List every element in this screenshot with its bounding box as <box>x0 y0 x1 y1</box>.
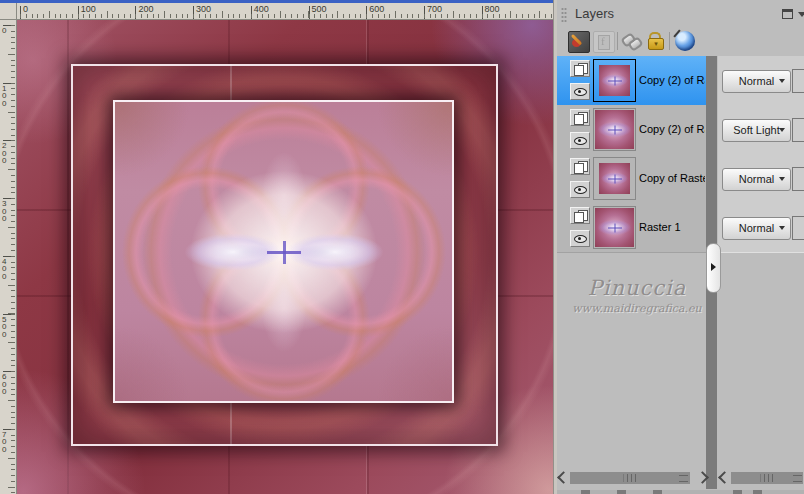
blend-mode-dropdown[interactable]: Soft Light <box>722 119 791 142</box>
blend-mode-value: Normal <box>739 173 774 185</box>
blend-mode-dropdown[interactable]: Normal <box>722 168 791 191</box>
edit-selection-icon[interactable] <box>568 31 590 53</box>
h-ruler-label: 400 <box>254 4 269 14</box>
names-horizontal-scrollbar[interactable] <box>557 467 710 488</box>
h-ruler-label: 100 <box>81 4 96 14</box>
layer-pages-icon[interactable] <box>570 158 590 175</box>
v-ruler-label: 4 0 0 <box>2 258 6 281</box>
layer-name: Copy (2) of Raste <box>639 123 705 135</box>
palette-grip-handle[interactable] <box>561 7 567 23</box>
h-ruler-label: 700 <box>427 4 442 14</box>
layers-palette: Layers Copy (2) of Raste <box>557 0 804 494</box>
v-ruler-label: 3 0 0 <box>2 200 6 223</box>
layer-pages-icon[interactable] <box>570 109 590 126</box>
h-ruler-label: 500 <box>312 4 327 14</box>
h-ruler-label: 200 <box>138 4 153 14</box>
layer-row-copy2-raster[interactable]: Copy (2) of Raste Soft Light <box>557 105 804 154</box>
layer-row-right: Normal <box>718 154 804 204</box>
layer-row-left[interactable]: Raster 1 <box>557 203 706 253</box>
toolbar-separator <box>617 32 618 50</box>
layer-row-copy2-raster-top[interactable]: Copy (2) of Raste Normal <box>557 56 804 105</box>
h-ruler-tick <box>20 6 21 19</box>
layer-row-raster1[interactable]: Raster 1 Normal <box>557 203 804 252</box>
blend-mode-value: Soft Light <box>733 124 779 136</box>
layer-visibility-eye-icon[interactable] <box>570 132 590 149</box>
h-ruler-tick <box>78 6 79 19</box>
palette-menu-arrow-icon[interactable] <box>798 12 804 17</box>
layer-row-copy-raster1[interactable]: Copy of Raster 1 Normal <box>557 154 804 203</box>
h-ruler-tick <box>251 6 252 19</box>
h-ruler-tick <box>309 6 310 19</box>
inner-image-layer <box>113 100 454 403</box>
h-ruler-label: 800 <box>485 4 500 14</box>
dropdown-arrow-icon <box>779 177 785 181</box>
float-palette-icon[interactable] <box>782 9 793 19</box>
layer-list: Copy (2) of Raste Normal Copy (2) of Ras… <box>557 56 804 253</box>
scroll-left-icon[interactable] <box>557 471 570 484</box>
layer-pages-icon[interactable] <box>570 207 590 224</box>
scrollbar-thumb[interactable] <box>731 472 803 484</box>
layer-thumbnail[interactable] <box>593 157 636 200</box>
clipped-bottom-toolbar <box>557 490 804 494</box>
h-ruler-tick <box>424 6 425 19</box>
splitter-arrow-icon <box>711 263 716 271</box>
v-ruler-label: 2 0 0 <box>2 142 6 165</box>
opacity-slider[interactable] <box>792 216 804 240</box>
layer-pages-icon[interactable] <box>570 60 590 77</box>
layer-row-right: Normal <box>718 203 804 253</box>
layer-name: Raster 1 <box>639 221 705 233</box>
layers-toolbar <box>557 28 804 55</box>
dropdown-arrow-icon <box>779 128 785 132</box>
opacity-slider[interactable] <box>792 167 804 191</box>
opacity-slider[interactable] <box>792 118 804 142</box>
v-ruler-label: 1 0 0 <box>2 85 6 108</box>
image-canvas[interactable] <box>17 20 553 494</box>
layer-row-left[interactable]: Copy (2) of Raste <box>557 56 706 106</box>
scroll-left-icon[interactable] <box>718 471 731 484</box>
vertical-ruler: 01 0 02 0 03 0 04 0 05 0 06 0 07 0 0 <box>0 20 17 494</box>
layer-row-left[interactable]: Copy of Raster 1 <box>557 154 706 204</box>
link-layers-icon[interactable] <box>622 31 642 51</box>
document-area: 0100200300400500600700800 01 0 02 0 03 0… <box>0 0 553 494</box>
layer-row-right: Soft Light <box>718 105 804 155</box>
layer-visibility-eye-icon[interactable] <box>570 83 590 100</box>
lock-transparency-icon[interactable] <box>645 31 665 51</box>
horizontal-ruler: 0100200300400500600700800 <box>17 3 553 20</box>
opacity-slider[interactable] <box>792 69 804 93</box>
mask-icon <box>593 31 615 53</box>
layer-thumbnail[interactable] <box>593 206 636 249</box>
toolbar-separator <box>669 32 670 50</box>
h-ruler-tick <box>193 6 194 19</box>
h-ruler-tick <box>482 6 483 19</box>
layers-palette-header: Layers <box>557 0 804 28</box>
v-ruler-label: 5 0 0 <box>2 316 6 339</box>
layer-visibility-eye-icon[interactable] <box>570 230 590 247</box>
scroll-right-icon[interactable] <box>696 471 709 484</box>
blend-mode-dropdown[interactable]: Normal <box>722 70 791 93</box>
visibility-sphere-icon[interactable] <box>675 31 695 51</box>
layer-name: Copy (2) of Raste <box>639 74 705 86</box>
layer-visibility-eye-icon[interactable] <box>570 181 590 198</box>
h-ruler-tick <box>135 6 136 19</box>
watermark-name: Pinuccia <box>557 276 717 300</box>
blend-mode-value: Normal <box>739 222 774 234</box>
layer-name: Copy of Raster 1 <box>639 172 705 184</box>
layer-thumbnail[interactable] <box>593 108 636 151</box>
scrollbar-thumb[interactable] <box>570 472 690 484</box>
dropdown-arrow-icon <box>779 226 785 230</box>
layer-row-right: Normal <box>718 56 804 106</box>
h-ruler-tick <box>366 6 367 19</box>
layer-thumbnail[interactable] <box>593 59 636 102</box>
v-ruler-label: 0 <box>2 27 6 35</box>
app-window: 0100200300400500600700800 01 0 02 0 03 0… <box>0 0 804 494</box>
blend-mode-value: Normal <box>739 75 774 87</box>
dropdown-arrow-icon <box>779 79 785 83</box>
h-ruler-label: 0 <box>23 4 28 14</box>
controls-horizontal-scrollbar[interactable] <box>718 467 804 488</box>
palette-title: Layers <box>575 6 614 21</box>
layer-row-left[interactable]: Copy (2) of Raste <box>557 105 706 155</box>
v-ruler-label: 7 0 0 <box>2 431 6 454</box>
center-cross-vertical <box>283 241 286 264</box>
watermark: Pinuccia www.maidiregrafica.eu <box>557 276 717 315</box>
blend-mode-dropdown[interactable]: Normal <box>722 217 791 240</box>
